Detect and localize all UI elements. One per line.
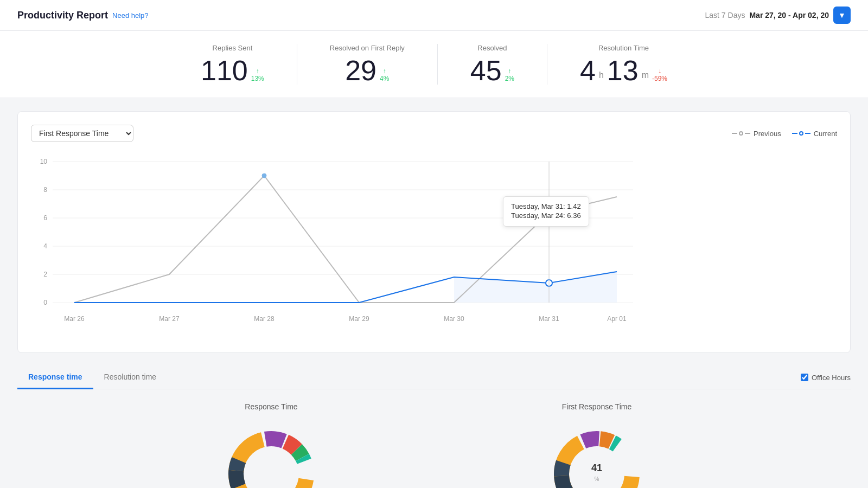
chart-dot-prev-mar28 <box>262 174 266 178</box>
chart-header: First Response Time Previous <box>31 125 837 142</box>
chart-svg-wrap: 10 8 6 4 2 0 Mar 26 Mar 27 Mar 28 Mar 29 <box>31 153 837 339</box>
down-arrow-icon: ↓ <box>658 67 661 75</box>
stat-resolved: Resolved 45 ↑ 2% <box>438 44 547 85</box>
donut-center-label: 41 <box>591 463 602 473</box>
svg-text:Mar 26: Mar 26 <box>64 315 85 323</box>
donut-svg-first-response: 41 % <box>542 420 651 488</box>
chart-metric-select[interactable]: First Response Time <box>31 125 133 142</box>
svg-text:Mar 29: Mar 29 <box>349 315 369 323</box>
donut-response-time-chart <box>217 420 326 488</box>
donut-first-response-time-title: First Response Time <box>445 402 749 411</box>
svg-text:10: 10 <box>40 158 48 165</box>
chevron-down-icon: ▼ <box>838 11 846 20</box>
stat-pct: 2% <box>505 75 514 82</box>
stat-number: 45 <box>470 56 502 85</box>
legend-current-label: Current <box>814 130 837 138</box>
stat-change: ↑ 4% <box>380 67 389 82</box>
stat-unit-h: h <box>599 70 604 80</box>
date-range-value: Mar 27, 20 - Apr 02, 20 <box>749 11 829 20</box>
donut-first-response-time: First Response Time 41 % <box>445 402 749 488</box>
line-chart: 10 8 6 4 2 0 Mar 26 Mar 27 Mar 28 Mar 29 <box>31 153 639 337</box>
chart-container: First Response Time Previous <box>17 111 851 353</box>
svg-text:8: 8 <box>43 186 47 194</box>
tabs-list: Response time Resolution time <box>17 366 167 389</box>
stat-label: Resolved <box>470 44 514 52</box>
chart-legend: Previous Current <box>732 130 837 138</box>
tab-resolution-time[interactable]: Resolution time <box>93 366 168 389</box>
legend-previous: Previous <box>732 130 781 138</box>
stat-change: ↑ 13% <box>251 67 264 82</box>
stat-change: ↓ -59% <box>652 67 667 82</box>
svg-text:0: 0 <box>43 299 47 306</box>
stat-resolution-time: Resolution Time 4 h 13 m ↓ -59% <box>547 44 700 85</box>
stat-number-hours: 4 <box>580 56 596 85</box>
stat-resolved-first-reply: Resolved on First Reply 29 ↑ 4% <box>297 44 438 85</box>
donut-center-sublabel: % <box>595 476 599 482</box>
stat-pct: 4% <box>380 75 389 82</box>
stat-pct: -59% <box>652 75 667 82</box>
stat-label: Replies Sent <box>201 44 264 52</box>
donut-first-response-time-chart: 41 % <box>542 420 651 488</box>
tabs-section: Response time Resolution time Office Hou… <box>0 366 868 488</box>
svg-text:Mar 28: Mar 28 <box>254 315 275 323</box>
stat-change: ↑ 2% <box>505 67 514 82</box>
help-link[interactable]: Need help? <box>112 11 149 20</box>
chart-section: First Response Time Previous <box>0 98 868 366</box>
stat-pct: 13% <box>251 75 264 82</box>
donut-response-time-title: Response Time <box>119 402 423 411</box>
stat-replies-sent: Replies Sent 110 ↑ 13% <box>168 44 297 85</box>
svg-text:Mar 27: Mar 27 <box>159 315 180 323</box>
legend-previous-label: Previous <box>754 130 781 138</box>
svg-text:4: 4 <box>43 242 47 250</box>
date-range-selector: Last 7 Days Mar 27, 20 - Apr 02, 20 ▼ <box>705 7 851 24</box>
svg-text:Mar 31: Mar 31 <box>539 315 559 323</box>
page-title: Productivity Report <box>17 10 108 21</box>
stat-number: 110 <box>201 56 248 85</box>
date-dropdown-button[interactable]: ▼ <box>833 7 851 24</box>
up-arrow-icon: ↑ <box>383 67 386 75</box>
svg-text:2: 2 <box>43 271 47 278</box>
up-arrow-icon: ↑ <box>508 67 511 75</box>
office-hours-label: Office Hours <box>812 374 851 382</box>
stat-label: Resolution Time <box>580 44 667 52</box>
donuts-row: Response Time <box>17 402 851 488</box>
date-range-label: Last 7 Days <box>705 11 745 20</box>
header: Productivity Report Need help? Last 7 Da… <box>0 0 868 31</box>
legend-current: Current <box>792 130 837 138</box>
legend-dot-prev <box>739 131 743 136</box>
svg-text:6: 6 <box>43 214 47 222</box>
svg-text:Mar 30: Mar 30 <box>444 315 464 323</box>
office-hours-checkbox[interactable] <box>801 374 808 381</box>
donut-response-time: Response Time <box>119 402 423 488</box>
stats-row: Replies Sent 110 ↑ 13% Resolved on First… <box>0 31 868 98</box>
stat-number-mins: 13 <box>607 56 639 85</box>
legend-dot-curr <box>799 131 803 136</box>
stat-unit-m: m <box>642 70 649 80</box>
office-hours-toggle: Office Hours <box>801 374 851 382</box>
svg-text:Apr 01: Apr 01 <box>607 315 627 323</box>
donut-svg-response <box>217 420 326 488</box>
tabs-header: Response time Resolution time Office Hou… <box>17 366 851 389</box>
stat-label: Resolved on First Reply <box>330 44 405 52</box>
tab-response-time[interactable]: Response time <box>17 366 93 389</box>
stat-number: 29 <box>345 56 376 85</box>
up-arrow-icon: ↑ <box>256 67 259 75</box>
